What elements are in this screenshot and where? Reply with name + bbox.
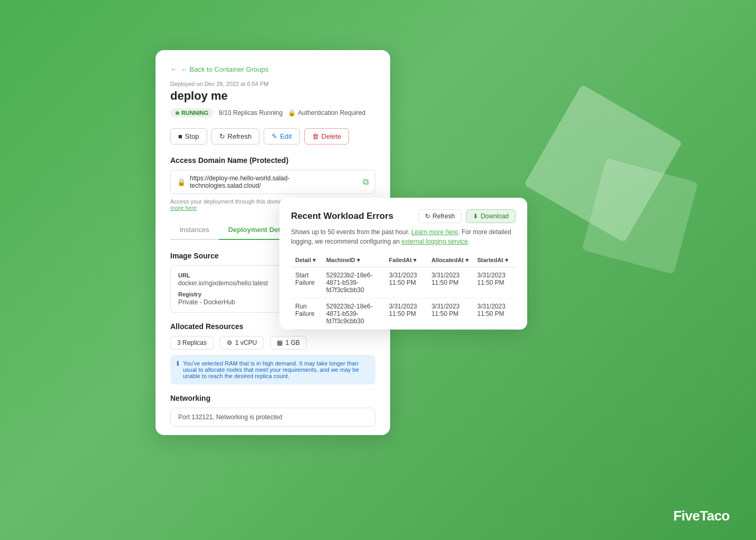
refresh-button[interactable]: ↻ Refresh xyxy=(211,128,260,144)
cell-machineid: 529223b2-18e6-4871-b539-fd7f3c9cbb30 xyxy=(322,267,385,298)
networking-section: Networking Port 132121, Networking is pr… xyxy=(170,394,375,427)
copy-icon[interactable]: ⧉ xyxy=(363,177,369,187)
cell-allocatedat: 3/31/2023 11:50 PM xyxy=(427,267,473,298)
col-startedat[interactable]: StartedAt ▾ xyxy=(473,254,516,267)
status-row: RUNNING 8/10 Replicas Running 🔒 Authenti… xyxy=(170,108,375,118)
replicas-text: 8/10 Replicas Running xyxy=(219,109,283,117)
errors-header: Recent Workload Errors ↻ Refresh ⬇ Downl… xyxy=(291,209,516,223)
networking-box: Port 132121, Networking is protected xyxy=(170,408,375,427)
info-message: You've selected RAM that is in high dema… xyxy=(183,360,369,379)
external-logging-link[interactable]: external logging service xyxy=(401,238,468,245)
edit-icon: ✎ xyxy=(272,132,277,140)
col-machineid[interactable]: MachineID ▾ xyxy=(322,254,385,267)
resources-row: 3 Replicas ⚙ 1 vCPU ▦ 1 GB xyxy=(170,336,375,350)
refresh-icon: ↻ xyxy=(219,132,225,140)
cell-machineid: 529223b2-18e6 xyxy=(322,330,385,330)
allocated-resources-section: Allocated Resources 3 Replicas ⚙ 1 vCPU … xyxy=(170,322,375,384)
trash-icon: 🗑 xyxy=(312,132,319,140)
col-detail[interactable]: Detail ▾ xyxy=(291,254,322,267)
cell-startedat: 3/31/2023 11:50 PM xyxy=(473,298,516,330)
status-badge-text: RUNNING xyxy=(181,110,208,116)
errors-description: Shows up to 50 events from the past hour… xyxy=(291,227,516,246)
deployed-info: Deployed on Dec 28, 2022 at 6:54 PM xyxy=(170,81,375,87)
auth-badge: 🔒 Authentication Required xyxy=(288,109,365,117)
errors-refresh-icon: ↻ xyxy=(425,213,430,220)
errors-actions: ↻ Refresh ⬇ Download xyxy=(418,209,516,223)
ram-icon: ▦ xyxy=(277,339,283,346)
domain-url: https://deploy-me.hello-world.salad-tech… xyxy=(190,175,358,189)
cell-startedat: 3/31/2023 11:50 xyxy=(473,330,516,330)
ram-value: 1 GB xyxy=(285,339,299,346)
learn-more-link[interactable]: Learn more here xyxy=(411,228,458,236)
status-dot xyxy=(176,111,179,115)
cpu-chip: ⚙ 1 vCPU xyxy=(220,336,264,350)
cell-allocatedat: 3/31/2023 11:50 PM xyxy=(427,298,473,330)
running-badge: RUNNING xyxy=(170,108,214,118)
errors-download-button[interactable]: ⬇ Download xyxy=(466,209,516,223)
errors-title: Recent Workload Errors xyxy=(291,211,393,221)
back-link-text: ← Back to Container Groups xyxy=(181,65,268,73)
cell-detail: Start Failure xyxy=(291,267,322,298)
cpu-value: 1 vCPU xyxy=(235,339,257,346)
stop-icon: ■ xyxy=(178,132,182,140)
tab-instances[interactable]: Instances xyxy=(170,220,219,240)
stop-button[interactable]: ■ Stop xyxy=(170,128,207,144)
brand: FiveTaco xyxy=(673,508,730,524)
replicas-chip: 3 Replicas xyxy=(170,336,214,350)
cpu-icon: ⚙ xyxy=(227,339,232,346)
cell-failedat: 3/31/2023 11:50 PM xyxy=(385,267,428,298)
table-row: 529223b2-18e63/31/2023 11:503/31/2023 11… xyxy=(291,330,516,330)
cell-failedat: 3/31/2023 11:50 xyxy=(385,330,428,330)
domain-box: 🔒 https://deploy-me.hello-world.salad-te… xyxy=(170,170,375,194)
cell-failedat: 3/31/2023 11:50 PM xyxy=(385,298,428,330)
errors-refresh-button[interactable]: ↻ Refresh xyxy=(418,209,462,223)
networking-title: Networking xyxy=(170,394,375,402)
errors-table: Detail ▾ MachineID ▾ FailedAt ▾ Allocate… xyxy=(291,254,516,330)
errors-download-icon: ⬇ xyxy=(473,213,478,220)
col-allocatedat[interactable]: AllocatedAt ▾ xyxy=(427,254,473,267)
delete-button[interactable]: 🗑 Delete xyxy=(304,128,350,144)
deploy-title: deploy me xyxy=(170,89,375,103)
cell-startedat: 3/31/2023 11:50 PM xyxy=(473,267,516,298)
back-arrow-icon: ← xyxy=(170,65,178,73)
cell-detail xyxy=(291,330,322,330)
table-row: Run Failure529223b2-18e6-4871-b539-fd7f3… xyxy=(291,298,516,330)
auth-text: Authentication Required xyxy=(298,109,365,117)
lock-icon: 🔒 xyxy=(288,109,296,117)
ram-info-banner: ℹ You've selected RAM that is in high de… xyxy=(170,355,375,384)
cell-detail: Run Failure xyxy=(291,298,322,330)
networking-value: Port 132121, Networking is protected xyxy=(178,413,282,421)
table-row: Start Failure529223b2-18e6-4871-b539-fd7… xyxy=(291,267,516,298)
edit-button[interactable]: ✎ Edit xyxy=(264,128,299,144)
cell-allocatedat: 3/31/2023 11:50 xyxy=(427,330,473,330)
col-failedat[interactable]: FailedAt ▾ xyxy=(385,254,428,267)
cell-machineid: 529223b2-18e6-4871-b539-fd7f3c9cbb30 xyxy=(322,298,385,330)
errors-card: Recent Workload Errors ↻ Refresh ⬇ Downl… xyxy=(279,198,527,330)
info-icon: ℹ xyxy=(177,360,179,367)
ram-chip: ▦ 1 GB xyxy=(270,336,306,350)
domain-lock-icon: 🔒 xyxy=(177,178,186,186)
back-to-container-groups-link[interactable]: ← ← Back to Container Groups xyxy=(170,65,375,73)
access-domain-label: Access Domain Name (Protected) xyxy=(170,156,375,165)
action-buttons: ■ Stop ↻ Refresh ✎ Edit 🗑 Delete xyxy=(170,128,375,144)
replicas-chip-value: 3 Replicas xyxy=(177,339,207,346)
